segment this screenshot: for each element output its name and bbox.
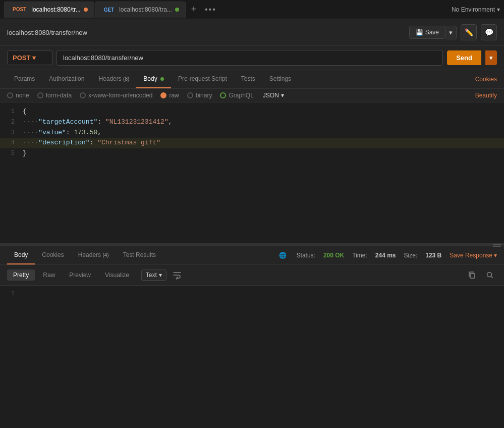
body-type-none[interactable]: none [7,92,29,99]
line-number-3: 3 [0,128,23,138]
tab-get[interactable]: GET localhost:8080/tra... [95,2,186,18]
json-format-dropdown[interactable]: JSON ▾ [263,92,284,99]
tab-authorization[interactable]: Authorization [42,70,91,88]
tab-url-post: localhost:8080/tr... [31,6,80,13]
json-chevron-icon: ▾ [281,92,284,99]
format-tab-pretty[interactable]: Pretty [7,270,35,281]
line-number-5: 5 [0,148,23,158]
save-icon: 💾 [416,29,423,36]
code-line-3: 3 ····"value": 173.50, [0,128,504,138]
body-type-raw[interactable]: raw [160,92,179,99]
cookies-link[interactable]: Cookies [475,76,497,83]
response-code-area[interactable]: 1 [0,286,504,366]
beautify-button[interactable]: Beautify [475,92,497,99]
environment-selector[interactable]: No Environment ▾ [452,6,500,13]
save-response-chevron-icon: ▾ [494,252,497,259]
code-line-5: 5 } [0,148,504,159]
tab-post[interactable]: POST localhost:8080/tr... [4,2,94,18]
tab-dot-post [84,8,88,12]
env-label: No Environment [452,6,495,13]
time-value: 244 ms [375,252,396,259]
tab-settings[interactable]: Settings [262,70,298,88]
line-content-3: ····"value": 173.50, [23,128,504,138]
send-button[interactable]: Send [447,50,481,65]
code-editor[interactable]: 1 { 2 ····"targetAccount": "NL1312312314… [0,102,504,244]
radio-form-data [37,92,43,98]
response-format-tabs: Pretty Raw Preview Visualize Text ▾ [0,265,504,286]
resp-status-bar: 🌐 Status: 200 OK Time: 244 ms Size: 123 … [279,252,497,259]
url-title-bar: localhost:8080/transfer/new 💾 Save ▾ ✏️ … [0,19,504,46]
copy-response-button[interactable] [465,268,479,282]
selected-method: POST [13,54,30,62]
line-number-1: 1 [0,106,23,117]
line-number-2: 2 [0,117,23,127]
tab-pre-request-script[interactable]: Pre-request Script [171,70,234,88]
resp-tab-body[interactable]: Body [7,246,35,264]
tab-method-post: POST [11,6,28,13]
resp-code-line-1: 1 [0,290,504,297]
resp-tab-cookies[interactable]: Cookies [35,246,71,264]
globe-icon: 🌐 [279,252,287,259]
tab-bar: POST localhost:8080/tr... GET localhost:… [0,0,504,19]
code-line-4: 4 ····"description": "Christmas gift" [0,138,504,148]
text-format-label: Text [146,272,157,279]
text-chevron-icon: ▾ [159,272,162,279]
code-line-1: 1 { [0,106,504,117]
edit-icon-button[interactable]: ✏️ [461,24,477,40]
resp-tab-test-results[interactable]: Test Results [116,246,163,264]
tab-params[interactable]: Params [7,70,42,88]
tab-headers[interactable]: Headers (8) [91,70,136,88]
line-content-2: ····"targetAccount": "NL131231231412", [23,117,504,128]
line-content-5: } [23,148,504,159]
env-chevron-icon: ▾ [497,6,500,13]
json-format-label: JSON [263,92,279,99]
more-tabs-button[interactable]: ••• [201,5,220,14]
tab-body[interactable]: Body [136,70,171,88]
body-type-urlencoded[interactable]: x-www-form-urlencoded [80,92,152,99]
format-tab-visualize[interactable]: Visualize [99,270,135,281]
copy-icon [468,271,476,279]
wrap-icon [173,271,182,280]
tab-url-get: localhost:8080/tra... [119,6,172,13]
request-line: POST ▾ Send ▾ [0,46,504,70]
save-response-button[interactable]: Save Response ▾ [450,252,497,259]
status-label: Status: [297,252,315,259]
response-section: Body Cookies Headers (4) Test Results 🌐 … [0,246,504,366]
svg-rect-0 [470,274,475,278]
save-dropdown-button[interactable]: ▾ [445,26,457,39]
code-line-2: 2 ····"targetAccount": "NL131231231412", [0,117,504,128]
format-tab-preview[interactable]: Preview [63,270,97,281]
status-value: 200 OK [323,252,344,259]
body-type-form-data[interactable]: form-data [37,92,72,99]
save-button[interactable]: 💾 Save [409,26,445,39]
time-label: Time: [352,252,367,259]
wrap-lines-button[interactable] [173,271,182,280]
radio-none [7,92,13,98]
request-title: localhost:8080/transfer/new [7,29,87,36]
radio-urlencoded [80,92,86,98]
radio-binary [187,92,193,98]
send-dropdown-button[interactable]: ▾ [485,50,497,65]
size-label: Size: [404,252,418,259]
format-tab-raw[interactable]: Raw [37,270,61,281]
comment-icon-button[interactable]: 💬 [481,24,497,40]
size-value: 123 B [425,252,441,259]
text-format-dropdown[interactable]: Text ▾ [141,270,166,281]
body-type-binary[interactable]: binary [187,92,212,99]
tab-tests[interactable]: Tests [234,70,262,88]
search-response-button[interactable] [483,268,497,282]
response-tabs-bar: Body Cookies Headers (4) Test Results 🌐 … [0,246,504,265]
resp-tab-headers[interactable]: Headers (4) [71,246,116,264]
method-selector[interactable]: POST ▾ [7,50,52,65]
url-input[interactable] [57,50,443,66]
body-type-tabs: none form-data x-www-form-urlencoded raw… [0,89,504,102]
save-label: Save [425,29,439,36]
radio-graphql [220,92,226,98]
resize-handle[interactable] [0,244,504,246]
body-type-graphql[interactable]: GraphQL [220,92,253,99]
body-active-dot [160,77,164,81]
response-icons [465,268,497,282]
line-content-4: ····"description": "Christmas gift" [23,138,504,148]
url-actions: 💾 Save ▾ ✏️ 💬 [409,24,497,40]
add-tab-button[interactable]: + [187,3,201,17]
